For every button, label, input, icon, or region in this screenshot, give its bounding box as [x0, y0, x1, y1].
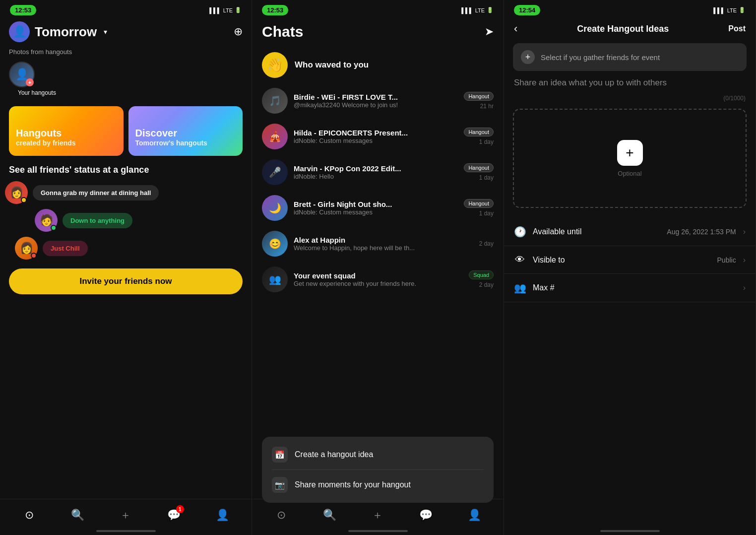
- status-icons-1: ▌▌▌ LTE 🔋: [209, 7, 242, 13]
- clock-2: 12:53: [262, 5, 288, 15]
- chat-item-hilda[interactable]: 🎪 Hilda - EPICONCERTS Present... idNoble…: [252, 119, 504, 154]
- back-button[interactable]: ‹: [514, 22, 517, 35]
- nav-search[interactable]: 🔍: [67, 505, 87, 525]
- chat-item-birdie[interactable]: 🎵 Birdie - WEi - FIRST LOVE T... @mikayl…: [252, 83, 504, 119]
- post-button[interactable]: Post: [728, 24, 746, 33]
- available-until-row[interactable]: 🕐 Available until Aug 26, 2022 1:53 PM ›: [504, 218, 756, 246]
- discover-card-title: Discover: [135, 127, 236, 139]
- chat-info-squad: Your event squad Get new experience with…: [294, 271, 463, 287]
- max-row[interactable]: 👥 Max # ›: [504, 274, 756, 302]
- discover-card-subtitle: Tomorrow's hangouts: [135, 139, 236, 147]
- online-dot-2: [51, 225, 57, 231]
- group-icon: 👥: [514, 282, 526, 294]
- chat-name-hilda: Hilda - EPICONCERTS Present...: [294, 129, 458, 137]
- squad-badge: Squad: [469, 270, 494, 279]
- chat-avatar-alex: 😊: [262, 231, 288, 257]
- wave-item[interactable]: 👋 Who waved to you: [252, 47, 504, 83]
- nav-create-2[interactable]: ＋: [368, 505, 387, 525]
- chat-time-brett: 1 day: [479, 210, 494, 217]
- select-gather-btn[interactable]: + Select if you gather friends for event: [513, 43, 747, 71]
- user-avatar[interactable]: 👤: [9, 21, 30, 42]
- panel-chats: 12:53 ▌▌▌ LTE 🔋 Chats ➤ 👋 Who waved to y…: [252, 0, 504, 535]
- calendar-icon: 📅: [272, 447, 288, 463]
- optional-label: Optional: [618, 170, 641, 177]
- chat-preview-hilda: idNoble: Custom messages: [294, 137, 458, 144]
- chat-time-alex: 2 day: [479, 240, 494, 247]
- hangout-badge-marvin: Hangout: [464, 163, 494, 172]
- photo-icon: 📷: [272, 477, 288, 493]
- status-bar-2: 12:53 ▌▌▌ LTE 🔋: [252, 0, 504, 18]
- chat-name-birdie: Birdie - WEi - FIRST LOVE T...: [294, 93, 458, 101]
- plus-circle-icon: +: [521, 50, 535, 64]
- nav-chat-2[interactable]: 💬: [416, 505, 436, 525]
- status-item-3[interactable]: 👩 Just Chill: [5, 237, 247, 260]
- status-bubble-2: Down to anything: [63, 213, 132, 228]
- clock-1: 12:53: [10, 5, 36, 15]
- select-gather-text: Select if you gather friends for event: [541, 53, 660, 62]
- popup-share-moments[interactable]: 📷 Share moments for your hangout: [262, 470, 494, 500]
- chat-info-birdie: Birdie - WEi - FIRST LOVE T... @mikayla3…: [294, 93, 458, 109]
- popup-create-hangout[interactable]: 📅 Create a hangout idea: [262, 440, 494, 469]
- photo-plus-button[interactable]: +: [617, 140, 643, 166]
- chat-item-marvin[interactable]: 🎤 Marvin - KPop Con 2022 Edit... idNoble…: [252, 154, 504, 190]
- notification-badge: 1: [176, 505, 184, 513]
- hangouts-card[interactable]: Hangouts created by friends: [9, 106, 124, 156]
- nav-profile[interactable]: 👤: [212, 505, 232, 525]
- discover-card[interactable]: Discover Tomorrow's hangouts: [128, 106, 243, 156]
- chats-header: Chats ➤: [252, 18, 504, 47]
- available-until-value: Aug 26, 2022 1:53 PM: [667, 228, 736, 236]
- visible-to-label: Visible to: [533, 256, 710, 265]
- nav-search-2[interactable]: 🔍: [319, 505, 339, 525]
- eye-icon: 👁: [514, 254, 526, 266]
- chat-info-marvin: Marvin - KPop Con 2022 Edit... idNoble: …: [294, 164, 458, 180]
- chevron-down-icon: ▾: [104, 28, 107, 36]
- nav-home-2[interactable]: ⊙: [271, 505, 291, 525]
- home-icon-2: ⊙: [277, 509, 286, 522]
- cards-row: Hangouts created by friends Discover Tom…: [0, 101, 252, 161]
- chat-time-hilda: 1 day: [479, 138, 494, 145]
- clock-3: 12:54: [514, 5, 540, 15]
- idea-share-title: Share an idea what you up to with others: [504, 78, 756, 95]
- chat-name-brett: Brett - Girls Night Out sho...: [294, 200, 458, 208]
- online-dot-3: [31, 253, 37, 259]
- profile-icon-2: 👤: [468, 509, 481, 522]
- status-item-1[interactable]: 👩 Gonna grab my dinner at dining hall: [5, 181, 247, 204]
- panel-create-hangout: 12:54 ▌▌▌ LTE 🔋 ‹ Create Hangout Ideas P…: [504, 0, 756, 535]
- header-left[interactable]: 👤 Tomorrow ▾: [9, 21, 107, 42]
- chat-item-squad[interactable]: 👥 Your event squad Get new experience wi…: [252, 262, 504, 297]
- hangout-badge: Hangout: [464, 92, 494, 101]
- chats-title: Chats: [262, 23, 303, 40]
- search-icon-2: 🔍: [323, 509, 336, 522]
- wave-text: Who waved to you: [295, 60, 369, 70]
- my-hangout-avatar[interactable]: 👤 +: [9, 62, 35, 87]
- visible-to-row[interactable]: 👁 Visible to Public ›: [504, 246, 756, 274]
- home-icon: ⊙: [25, 509, 34, 522]
- home-indicator-3: [600, 530, 660, 532]
- nav-home[interactable]: ⊙: [19, 505, 39, 525]
- invite-button[interactable]: Invite your friends now: [9, 268, 243, 294]
- chat-avatar-marvin: 🎤: [262, 159, 288, 185]
- status-bar-1: 12:53 ▌▌▌ LTE 🔋: [0, 0, 252, 18]
- chat-avatar-squad: 👥: [262, 267, 288, 292]
- clock-icon: 🕐: [514, 226, 526, 238]
- nav-profile-2[interactable]: 👤: [464, 505, 484, 525]
- status-item-2[interactable]: 🧑 Down to anything: [5, 209, 247, 232]
- your-hangouts-label: Your hangouts: [9, 89, 56, 96]
- search-icon: 🔍: [71, 509, 84, 522]
- photo-upload-area[interactable]: + Optional: [513, 109, 747, 208]
- plus-badge: +: [26, 78, 34, 86]
- hangout-badge-brett: Hangout: [464, 199, 494, 208]
- chat-item-alex[interactable]: 😊 Alex at Happin Welcome to Happin, hope…: [252, 226, 504, 262]
- chat-info-brett: Brett - Girls Night Out sho... idNoble: …: [294, 200, 458, 216]
- wave-avatar: 👋: [262, 52, 288, 78]
- hangout-badge-hilda: Hangout: [464, 128, 494, 136]
- chat-avatar-hilda: 🎪: [262, 124, 288, 149]
- nav-chat[interactable]: 💬 1: [164, 505, 184, 525]
- nav-create[interactable]: ＋: [116, 505, 135, 525]
- photos-label: Photos from hangouts: [0, 47, 252, 60]
- chat-item-brett[interactable]: 🌙 Brett - Girls Night Out sho... idNoble…: [252, 190, 504, 226]
- add-person-icon[interactable]: ⊕: [234, 25, 243, 38]
- chat-avatar-brett: 🌙: [262, 195, 288, 221]
- home-title[interactable]: Tomorrow: [35, 24, 97, 40]
- send-icon[interactable]: ➤: [485, 25, 494, 38]
